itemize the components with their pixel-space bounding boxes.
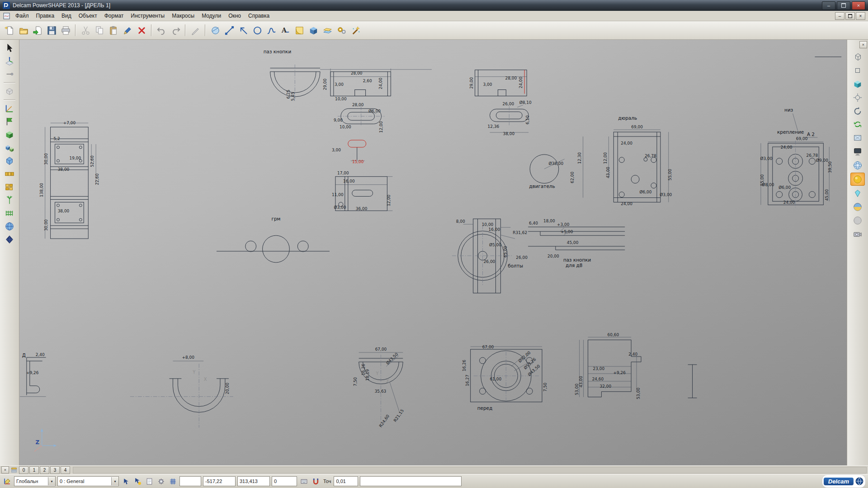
- minimize-button[interactable]: –: [822, 1, 835, 10]
- dual-shade-button[interactable]: [851, 201, 864, 213]
- workplane-select[interactable]: Глобальн▾: [14, 476, 56, 486]
- line-tool-button[interactable]: [222, 23, 236, 37]
- import-button[interactable]: [31, 23, 44, 37]
- level-tab-0[interactable]: 0: [19, 466, 28, 474]
- sketch-button[interactable]: [208, 23, 222, 37]
- workplane-button[interactable]: [3, 55, 16, 67]
- command-field[interactable]: [360, 476, 462, 486]
- tolerance-field[interactable]: 0,01: [334, 476, 358, 486]
- text-tool-button[interactable]: A: [278, 23, 292, 37]
- line-create-button[interactable]: [3, 102, 16, 114]
- menu-view[interactable]: Вид: [58, 11, 75, 20]
- mdi-restore-button[interactable]: [845, 12, 855, 20]
- rotate-view-button[interactable]: [851, 105, 864, 117]
- close-button[interactable]: ×: [852, 1, 865, 10]
- feature-button[interactable]: [3, 194, 16, 206]
- level-tab-1[interactable]: 1: [29, 466, 39, 474]
- copy-button[interactable]: [93, 23, 106, 37]
- delete-button[interactable]: [135, 23, 148, 37]
- format-brush-button[interactable]: [121, 23, 134, 37]
- redo-button[interactable]: [169, 23, 182, 37]
- workplane-status-icon[interactable]: [2, 476, 12, 486]
- view-u-channel[interactable]: +8,0020,00YX: [130, 355, 233, 427]
- new-file-button[interactable]: [3, 23, 16, 37]
- z-coordinate-field[interactable]: 0: [272, 476, 297, 486]
- view-dome-bottom[interactable]: 67,0016,2618,19Ø43,5035,637,50R21,15R24,…: [353, 347, 405, 428]
- menu-help[interactable]: Справка: [245, 11, 273, 20]
- menu-macros[interactable]: Макросы: [168, 11, 198, 20]
- levels-close-button[interactable]: ×: [1, 466, 9, 474]
- chevron-down-icon[interactable]: ▾: [48, 477, 55, 485]
- mesh-button[interactable]: [3, 207, 16, 219]
- paste-button[interactable]: [107, 23, 120, 37]
- gears-tool-button[interactable]: [335, 23, 348, 37]
- grid-size-field[interactable]: [179, 476, 201, 486]
- view-motor[interactable]: Ø38,00: [530, 155, 565, 183]
- xray-view-button[interactable]: [851, 132, 864, 144]
- select-button[interactable]: [3, 42, 16, 54]
- menu-edit[interactable]: Правка: [33, 11, 58, 20]
- sphere-button[interactable]: [3, 220, 16, 232]
- snapshot-button[interactable]: [851, 228, 864, 240]
- item-list-icon[interactable]: [144, 476, 154, 486]
- view-slot-red[interactable]: 3,0015,00: [332, 140, 366, 164]
- curve-create-button[interactable]: [3, 115, 16, 127]
- clipboard-cube-button[interactable]: [3, 85, 16, 97]
- refresh-view-button[interactable]: [851, 118, 864, 131]
- view-grm[interactable]: [217, 235, 330, 263]
- view-bolts[interactable]: 8,0010,0016,00R31,62Ø5,0065,0026,0026,00: [452, 219, 528, 293]
- chevron-down-icon[interactable]: ▾: [111, 477, 118, 485]
- monitor-view-button[interactable]: [851, 145, 864, 158]
- view-mount[interactable]: 69,0024,0026,78Ø3,00Ø9,00Ø8,00Ø6,0055,00…: [760, 113, 832, 207]
- solid-tool-button[interactable]: [307, 23, 320, 37]
- keyboard-icon[interactable]: [299, 476, 309, 486]
- menu-window[interactable]: Окно: [225, 11, 245, 20]
- view-top-b[interactable]: 29,003,0028,0024,00: [469, 70, 527, 96]
- view-long-part[interactable]: +7,005,230,0019,0052,6022,6038,00138,003…: [39, 121, 99, 239]
- surface-create-button[interactable]: [3, 141, 16, 154]
- gem-view-button[interactable]: [851, 187, 864, 199]
- bodies-row-button[interactable]: [3, 168, 16, 180]
- maximize-button[interactable]: [837, 1, 850, 10]
- view-dural[interactable]: 69,0024,0012,3012,0026,7843,0055,0062,00…: [570, 125, 672, 206]
- mdi-close-button[interactable]: ×: [856, 12, 865, 20]
- print-button[interactable]: [59, 23, 72, 37]
- view-pin[interactable]: [688, 365, 697, 398]
- view-side-a[interactable]: 17,0016,0011,00Ø3,0036,0012,00: [332, 171, 392, 211]
- view-dome-top[interactable]: 6,255,45: [270, 65, 432, 101]
- bodies-grid-button[interactable]: [3, 181, 16, 193]
- circle-tool-button[interactable]: [250, 23, 264, 37]
- orient-view-button[interactable]: [851, 91, 864, 103]
- view-top-a[interactable]: 28,002,6029,003,0024,0010,00: [323, 69, 391, 102]
- level-select[interactable]: 0 : General▾: [57, 476, 119, 486]
- fillet-tool-button[interactable]: [292, 23, 306, 37]
- cursor-icon[interactable]: [121, 476, 131, 486]
- view-bracket[interactable]: 2,40+9,26: [20, 352, 46, 397]
- pin-button[interactable]: [3, 68, 16, 80]
- view-stepped[interactable]: 60,602,4023,0024,60+9,2632,0043,0053,005…: [575, 333, 641, 399]
- level-tab-4[interactable]: 4: [61, 466, 70, 474]
- shaded-view-button[interactable]: [850, 173, 865, 186]
- grid-icon[interactable]: [168, 476, 178, 486]
- surface-tool-button[interactable]: [321, 23, 334, 37]
- y-coordinate-field[interactable]: 313,413: [237, 476, 270, 486]
- measure-button[interactable]: [189, 23, 202, 37]
- cut-button[interactable]: [79, 23, 92, 37]
- plain-shade-button[interactable]: [851, 214, 864, 226]
- x-coordinate-field[interactable]: -517,22: [203, 476, 236, 486]
- save-button[interactable]: [45, 23, 58, 37]
- iso-view-button[interactable]: [851, 78, 864, 90]
- level-tab-3[interactable]: 3: [50, 466, 60, 474]
- curve-tool-button[interactable]: [264, 23, 278, 37]
- solid-create-button[interactable]: [3, 128, 16, 141]
- drawing-canvas[interactable]: +7,005,230,0019,0052,6022,6038,00138,003…: [19, 40, 847, 465]
- mdi-minimize-button[interactable]: –: [835, 12, 844, 20]
- view-slot-b[interactable]: 26,00Ø8,1012,3638,006,10: [488, 100, 532, 136]
- wire-shade-button[interactable]: [851, 159, 864, 171]
- open-button[interactable]: [17, 23, 30, 37]
- level-tab-2[interactable]: 2: [40, 466, 49, 474]
- view-front[interactable]: 67,0016,2616,27Ø92,00Ø53,26Ø43,5061,007,…: [462, 345, 547, 402]
- crystal-button[interactable]: [3, 155, 16, 167]
- undo-button[interactable]: [155, 23, 168, 37]
- menu-file[interactable]: Файл: [12, 11, 33, 20]
